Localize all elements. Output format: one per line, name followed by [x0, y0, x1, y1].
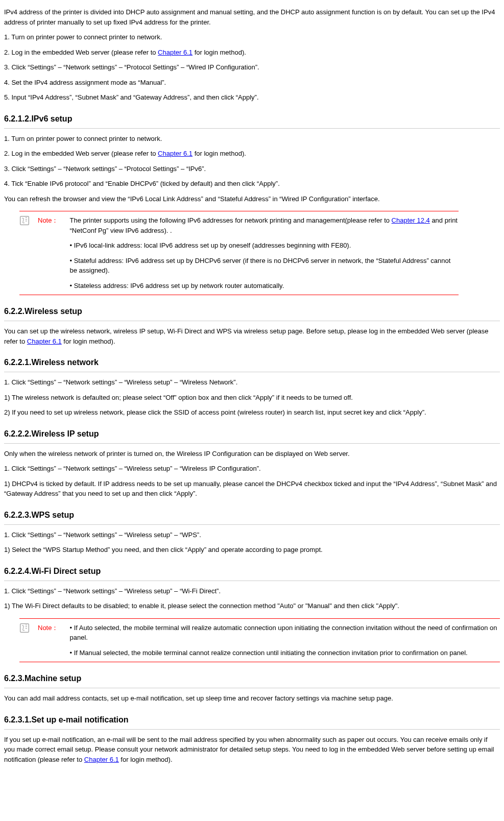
chapter-6-1-link[interactable]: Chapter 6.1: [84, 756, 119, 763]
heading-wifi-direct-setup: 6.2.2.4.Wi-Fi Direct setup: [4, 565, 500, 581]
note-line: • IPv6 local-link address: local IPv6 ad…: [69, 240, 459, 251]
chapter-6-1-link[interactable]: Chapter 6.1: [158, 49, 193, 56]
heading-wps-setup: 6.2.2.3.WPS setup: [4, 509, 500, 525]
ipv4-step-4: 4. Set the IPv4 address assignment mode …: [4, 78, 500, 88]
svg-rect-1: [20, 623, 29, 632]
note-label: Note：: [38, 215, 58, 226]
wip-step-2: 1) DHCPv4 is ticked by default. If IP ad…: [4, 479, 500, 499]
wps-step-1: 1. Click “Settings” – “Network settings”…: [4, 530, 500, 540]
ipv4-step-2: 2. Log in the embedded Web server (pleas…: [4, 47, 500, 58]
note-line: • If Auto selected, the mobile terminal …: [69, 623, 500, 643]
machine-intro: You can add mail address contacts, set u…: [4, 693, 500, 704]
note-icon: [19, 623, 30, 633]
text-segment: 2. Log in the embedded Web server (pleas…: [4, 150, 158, 157]
ipv4-step-1: 1. Turn on printer power to connect prin…: [4, 32, 500, 42]
text-segment: If you set up e-mail notification, an e-…: [4, 736, 496, 763]
svg-rect-0: [20, 216, 29, 225]
wnet-step-2: 1) The wireless network is defaulted on;…: [4, 393, 500, 403]
text-segment: 2. Log in the embedded Web server (pleas…: [4, 49, 158, 56]
heading-machine-setup: 6.2.3.Machine setup: [4, 672, 500, 688]
note-line: • Stateful address: IPv6 address set up …: [69, 256, 459, 276]
text-segment: for login method).: [62, 337, 115, 345]
email-intro: If you set up e-mail notification, an e-…: [4, 735, 500, 765]
chapter-6-1-link[interactable]: Chapter 6.1: [27, 337, 62, 345]
note-box-ipv6: Note： The printer supports using the fol…: [19, 211, 459, 295]
ipv6-refresh-note: You can refresh the browser and view the…: [4, 194, 500, 204]
text-segment: for login method).: [193, 49, 246, 56]
ipv6-step-2: 2. Log in the embedded Web server (pleas…: [4, 149, 500, 159]
heading-email-notification: 6.2.3.1.Set up e-mail notification: [4, 714, 500, 730]
wip-step-1: 1. Click “Settings” – “Network settings”…: [4, 464, 500, 474]
ipv6-step-1: 1. Turn on printer power to connect prin…: [4, 134, 500, 144]
ipv6-step-3: 3. Click “Settings” – “Network settings”…: [4, 164, 500, 174]
wifi-step-1: 1. Click “Settings” – “Network settings”…: [4, 586, 500, 596]
wip-paragraph: Only when the wireless network of printe…: [4, 449, 500, 459]
text-segment: for login method).: [119, 756, 173, 763]
note-label: Note：: [38, 623, 58, 633]
wnet-step-1: 1. Click “Settings” – “Network settings”…: [4, 377, 500, 388]
text-segment: The printer supports using the following…: [69, 216, 391, 224]
note-content: • If Auto selected, the mobile terminal …: [69, 623, 500, 658]
note-content: The printer supports using the following…: [69, 215, 459, 291]
heading-ipv6-setup: 6.2.1.2.IPv6 setup: [4, 113, 500, 129]
note-box-wifi: Note： • If Auto selected, the mobile ter…: [19, 618, 500, 663]
note-line: The printer supports using the following…: [69, 215, 459, 235]
wnet-step-3: 2) If you need to set up wireless networ…: [4, 407, 500, 418]
heading-wireless-ip-setup: 6.2.2.2.Wireless IP setup: [4, 428, 500, 444]
note-icon: [19, 215, 30, 226]
ipv4-step-5: 5. Input “IPv4 Address”, “Subnet Mask” a…: [4, 92, 500, 103]
note-line: • If Manual selected, the mobile termina…: [69, 648, 500, 658]
note-line: • Stateless address: IPv6 address set up…: [69, 281, 459, 291]
wireless-intro: You can set up the wireless network, wir…: [4, 326, 500, 346]
chapter-12-4-link[interactable]: Chapter 12.4: [392, 216, 430, 224]
ipv6-step-4: 4. Tick “Enable IPv6 protocol” and “Enab…: [4, 179, 500, 189]
heading-wireless-network: 6.2.2.1.Wireless network: [4, 356, 500, 372]
wifi-step-2: 1) The Wi-Fi Direct defaults to be disab…: [4, 601, 500, 611]
intro-paragraph: IPv4 address of the printer is divided i…: [4, 7, 500, 27]
heading-wireless-setup: 6.2.2.Wireless setup: [4, 305, 500, 321]
text-segment: for login method).: [193, 150, 246, 157]
ipv4-step-3: 3. Click “Settings” – “Network settings”…: [4, 62, 500, 73]
wps-step-2: 1) Select the “WPS Startup Method” you n…: [4, 545, 500, 555]
chapter-6-1-link[interactable]: Chapter 6.1: [158, 150, 193, 157]
